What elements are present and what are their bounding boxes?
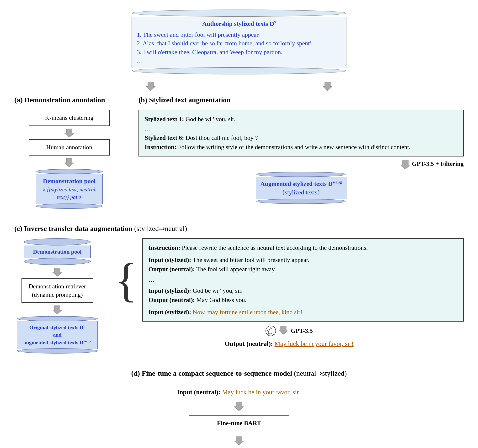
- aug-title: Augmented stylized texts Ds-aug: [260, 179, 342, 188]
- orig-texts-and: and: [20, 331, 94, 339]
- c-demo-pool-top: [24, 238, 91, 245]
- cylinder-bottom: [132, 67, 346, 74]
- section-c: (c) Inverse transfer data augmentation (…: [14, 224, 464, 354]
- demo-pool-cylinder-a: Demonstration pool k {(stylized text, ne…: [36, 169, 103, 209]
- c-left-flow: Demonstration pool Demonstration retriev…: [14, 238, 100, 354]
- demo-pool-subtitle-a: k {(stylized text, neutral text)} pairs: [40, 186, 98, 201]
- c-output-row: Output (neutral): May luck be in your fa…: [115, 339, 464, 349]
- retriever-box: Demonstration retriever (dynamic prompti…: [21, 278, 93, 303]
- orig-cylinder-shape: Original stylized texts DS and augmented…: [17, 316, 98, 354]
- top-db-item-1: 1. The sweet and bitter fool will presen…: [137, 31, 341, 39]
- section-b: (b) Stylized text augmentation Stylized …: [138, 95, 464, 204]
- c-gpt-row: GPT-3.5: [115, 325, 464, 337]
- aug-subtitle: {stylized texts}: [260, 188, 342, 197]
- c-gpt-label: GPT-3.5: [291, 327, 313, 335]
- aug-cylinder-shape: Augmented stylized texts Ds-aug {stylize…: [256, 172, 346, 204]
- svg-marker-1: [323, 82, 332, 91]
- arrow-right-b: [401, 159, 409, 169]
- arrow-to-a: [146, 81, 155, 91]
- svg-marker-5: [52, 268, 62, 276]
- c-line-9: Input (stylized): Now, may fortune smile…: [149, 307, 458, 317]
- d-input-text: May luck be in your favor, sir!: [222, 389, 301, 396]
- c-brace: {: [115, 238, 138, 322]
- c-demo-pool-label: Demonstration pool: [27, 248, 88, 256]
- top-db-title-sup: s: [274, 19, 276, 24]
- c-demo-pool: Demonstration pool: [24, 238, 91, 265]
- svg-marker-10: [234, 436, 244, 445]
- b-prompt-line-3: Stylized text 6: Dost thou call me fool,…: [145, 133, 458, 142]
- arrow-d-bart-to-output: [234, 436, 244, 445]
- arrow-human-to-pool: [64, 157, 74, 167]
- section-b-prompt: Stylized text 1: God be wi ' you, sir. ……: [138, 110, 464, 156]
- orig-cylinder: Original stylized texts DS and augmented…: [17, 316, 98, 354]
- arrow-kmeans-to-human: [64, 128, 74, 137]
- arrow-c-gpt: [279, 325, 288, 337]
- orig-cyl-body: Original stylized texts DS and augmented…: [17, 321, 98, 349]
- c-line-4: Output (neutral): The fool will appear r…: [149, 264, 458, 274]
- gpt-label-b: GPT-3.5 + Filtering: [138, 159, 464, 169]
- arrow-to-b: [323, 81, 332, 91]
- section-a-title: (a) Demonstration annotation: [14, 95, 124, 105]
- svg-marker-2: [64, 129, 74, 137]
- b-prompt-line-4: Instruction: Follow the writing style of…: [145, 142, 458, 152]
- section-d-title: (d) Fine-tune a compact sequence-to-sequ…: [131, 368, 347, 378]
- svg-marker-6: [52, 306, 62, 314]
- top-database: Authorship stylized texts Ds 1. The swee…: [132, 10, 346, 74]
- demo-pool-body-a: Demonstration pool k {(stylized text, ne…: [36, 174, 103, 204]
- arrow-c-pool-to-retriever: [52, 267, 62, 276]
- aug-cylinder: Augmented stylized texts Ds-aug {stylize…: [256, 172, 346, 204]
- c-line-1: Instruction: Please rewrite the sentence…: [149, 243, 458, 252]
- svg-marker-3: [64, 158, 74, 167]
- c-output-label: Output (neutral):: [225, 340, 273, 347]
- d-input-row: Input (neutral): May luck be in your fav…: [177, 388, 301, 397]
- section-a-flow: K-means clustering Human annotation: [14, 110, 124, 209]
- section-b-title: (b) Stylized text augmentation: [138, 95, 464, 105]
- top-db-title: Authorship stylized texts D: [202, 20, 274, 27]
- arrow-d-input-to-bart: [234, 401, 244, 411]
- divider-ab-c: [14, 216, 464, 216]
- svg-marker-0: [146, 82, 155, 91]
- section-c-title: (c) Inverse transfer data augmentation (…: [14, 224, 464, 233]
- orig-cyl-top: [17, 316, 98, 321]
- kmeans-box: K-means clustering: [29, 110, 110, 126]
- orig-texts-aug-label: augmented stylized texts Ds-aug: [20, 339, 94, 346]
- b-prompt-line-2: …: [145, 124, 458, 133]
- aug-cylinder-top: [256, 172, 346, 177]
- section-c-suffix: (stylized⇒neutral): [134, 224, 187, 232]
- gpt-35-filtering-label: GPT-3.5 + Filtering: [412, 160, 464, 168]
- d-input-label: Input (neutral):: [177, 389, 220, 396]
- c-stylized-input: Now, may fortune smile upon thee, kind s…: [193, 309, 302, 316]
- human-annotation-box: Human annotation: [29, 139, 110, 155]
- cylinder-body: Authorship stylized texts Ds 1. The swee…: [132, 17, 346, 68]
- c-line-7: Output (neutral): May God bless you.: [149, 295, 458, 305]
- top-db-item-4: …: [137, 56, 341, 65]
- section-a: (a) Demonstration annotation K-means clu…: [14, 95, 124, 209]
- brace-symbol: {: [115, 261, 138, 299]
- b-prompt-line-1: Stylized text 1: God be wi ' you, sir.: [145, 115, 458, 124]
- divider-c-d: [14, 361, 464, 361]
- demo-pool-a: Demonstration pool k {(stylized text, ne…: [36, 169, 103, 209]
- aug-cylinder-body: Augmented stylized texts Ds-aug {stylize…: [256, 177, 346, 199]
- c-prompt-box: Instruction: Please rewrite the sentence…: [142, 238, 464, 322]
- c-line-3: Input (stylized): The sweet and bitter f…: [149, 255, 458, 264]
- aug-cylinder-bottom: [256, 199, 346, 204]
- cylinder-top: [132, 10, 346, 17]
- section-d: (d) Fine-tune a compact sequence-to-sequ…: [14, 368, 464, 448]
- bart-box: Fine-tune BART: [189, 415, 289, 431]
- c-line-6: Input (stylized): God be wi ' you, sir.: [149, 286, 458, 295]
- c-demo-pool-body: Demonstration pool: [24, 245, 91, 258]
- demo-pool-bottom-a: [36, 203, 103, 209]
- c-right-prompt: { Instruction: Please rewrite the senten…: [115, 238, 464, 348]
- section-d-suffix: (neutral⇒stylized): [294, 369, 347, 377]
- demo-pool-top-a: [36, 169, 103, 174]
- svg-marker-9: [234, 402, 244, 411]
- orig-texts-label: Original stylized texts DS: [20, 324, 94, 331]
- demo-pool-title-a: Demonstration pool: [40, 177, 98, 186]
- c-demo-pool-bottom: [24, 258, 91, 265]
- openai-icon: [265, 326, 276, 336]
- bart-label: Fine-tune BART: [217, 420, 261, 427]
- c-line-5: …: [149, 275, 458, 285]
- section-c-content: Demonstration pool Demonstration retriev…: [14, 238, 464, 354]
- svg-marker-4: [401, 160, 409, 169]
- aug-cylinder-container: Augmented stylized texts Ds-aug {stylize…: [138, 172, 464, 204]
